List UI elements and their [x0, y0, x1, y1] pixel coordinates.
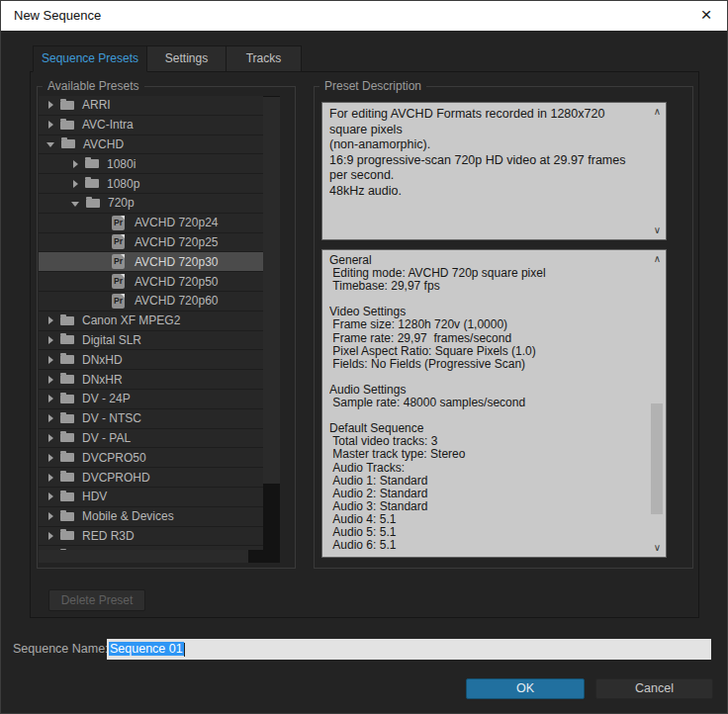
tree-item-dv-24p[interactable]: DV - 24P	[39, 390, 263, 409]
preset-tree-rows: ARRIAVC-IntraAVCHD1080i1080p720pPrAVCHD …	[39, 96, 263, 550]
tree-item-label: Digital SLR	[82, 333, 141, 347]
expand-triangle-icon[interactable]	[48, 395, 53, 402]
folder-icon	[60, 355, 74, 364]
scroll-up-icon[interactable]: ∧	[649, 105, 666, 119]
tree-item-dv-ntsc[interactable]: DV - NTSC	[39, 409, 263, 429]
collapse-triangle-icon[interactable]	[46, 142, 54, 147]
expand-triangle-icon[interactable]	[48, 532, 53, 540]
preset-details-text: General Editing mode: AVCHD 720p square …	[329, 254, 644, 553]
sequence-name-label: Sequence Name:	[13, 642, 109, 656]
expand-triangle-icon[interactable]	[48, 121, 53, 129]
tree-item-720p[interactable]: 720p	[39, 194, 263, 214]
preset-pr-icon: Pr	[112, 294, 125, 309]
description-scrollbar[interactable]: ∧ ∨	[649, 103, 666, 239]
expand-triangle-icon[interactable]	[48, 101, 53, 109]
tree-item-dnxhr[interactable]: DNxHR	[39, 370, 263, 390]
tree-item-mobile-devices[interactable]: Mobile & Devices	[39, 507, 263, 527]
tree-item-dvcprohd[interactable]: DVCPROHD	[39, 468, 263, 488]
tree-vertical-scrollbar-thumb[interactable]	[263, 97, 280, 484]
folder-icon	[60, 473, 74, 482]
folder-icon	[86, 199, 100, 208]
expand-triangle-icon[interactable]	[48, 376, 53, 384]
folder-icon	[60, 395, 74, 403]
folder-icon	[85, 179, 99, 188]
folder-icon	[60, 531, 74, 540]
expand-triangle-icon[interactable]	[48, 454, 53, 462]
tree-item-label: DNxHR	[82, 373, 123, 387]
scroll-down-icon[interactable]: ∨	[649, 223, 666, 237]
delete-preset-button[interactable]: Delete Preset	[48, 589, 145, 611]
tree-item-label: DVCPROHD	[82, 471, 150, 485]
sequence-name-input[interactable]: Sequence 01	[107, 639, 711, 660]
tree-item-label: AVCHD 720p30	[135, 255, 219, 269]
folder-icon	[60, 316, 74, 325]
preset-pr-icon: Pr	[112, 216, 125, 230]
folder-icon	[60, 414, 74, 423]
folder-icon	[60, 453, 74, 462]
tree-item-label: 720p	[108, 196, 135, 210]
tree-item-label: AVCHD 720p60	[135, 294, 219, 308]
tree-item-label: 1080i	[107, 157, 136, 171]
scroll-down-icon[interactable]: ∨	[649, 541, 666, 555]
tab-tracks[interactable]: Tracks	[227, 45, 302, 72]
expand-triangle-icon[interactable]	[48, 356, 53, 364]
tree-item-avchd-720p50[interactable]: PrAVCHD 720p50	[39, 272, 263, 292]
expand-triangle-icon[interactable]	[73, 180, 78, 188]
preset-pr-icon: Pr	[112, 274, 125, 289]
ok-button[interactable]: OK	[466, 678, 585, 699]
preset-description-box[interactable]: For editing AVCHD Formats recorded in 12…	[321, 102, 667, 240]
tree-item-hdv[interactable]: HDV	[39, 488, 263, 507]
expand-triangle-icon[interactable]	[73, 160, 78, 168]
expand-triangle-icon[interactable]	[48, 414, 53, 422]
tree-item-label: RED R3D	[82, 529, 135, 543]
folder-icon	[60, 335, 74, 344]
tree-item-label: DNxHD	[82, 353, 123, 367]
tab-settings[interactable]: Settings	[147, 45, 227, 72]
tree-item-avchd-720p25[interactable]: PrAVCHD 720p25	[39, 233, 263, 253]
tree-item-label: AVCHD 720p50	[135, 275, 219, 289]
tree-item-canon-xf-mpeg2[interactable]: Canon XF MPEG2	[39, 312, 263, 331]
close-icon[interactable]: ×	[685, 1, 727, 31]
tab-sequence-presets[interactable]: Sequence Presets	[33, 45, 147, 72]
cancel-button[interactable]: Cancel	[595, 678, 713, 699]
tree-item-label: DV - PAL	[82, 431, 131, 445]
tree-item-1080p[interactable]: 1080p	[39, 174, 263, 194]
tree-item-arri[interactable]: ARRI	[39, 96, 263, 116]
expand-triangle-icon[interactable]	[48, 512, 53, 520]
folder-icon	[60, 121, 74, 130]
collapse-triangle-icon[interactable]	[71, 202, 79, 207]
details-scrollbar-thumb[interactable]	[651, 403, 663, 514]
expand-triangle-icon[interactable]	[48, 434, 53, 442]
tree-item-avchd-720p30[interactable]: PrAVCHD 720p30	[39, 252, 263, 272]
tree-item-avchd-720p60[interactable]: PrAVCHD 720p60	[39, 292, 263, 312]
tree-item-label: AVC-Intra	[82, 118, 134, 132]
preset-description-text: For editing AVCHD Formats recorded in 12…	[329, 107, 644, 235]
tree-item-dv-pal[interactable]: DV - PAL	[39, 429, 263, 449]
tree-item-dvcpro50[interactable]: DVCPRO50	[39, 448, 263, 468]
tree-vertical-scrollbar[interactable]	[263, 96, 280, 550]
tree-horizontal-scrollbar[interactable]	[39, 550, 280, 563]
tree-item-dnxhd[interactable]: DNxHD	[39, 350, 263, 370]
tree-item-avc-intra[interactable]: AVC-Intra	[39, 116, 263, 135]
tree-item-label: ARRI	[82, 98, 111, 112]
expand-triangle-icon[interactable]	[48, 492, 53, 500]
expand-triangle-icon[interactable]	[48, 316, 53, 324]
scroll-up-icon[interactable]: ∧	[649, 252, 666, 266]
expand-triangle-icon[interactable]	[48, 474, 53, 482]
folder-icon	[60, 375, 74, 384]
details-scrollbar[interactable]: ∧ ∨	[649, 250, 666, 557]
tree-item-label: Mobile & Devices	[82, 509, 174, 523]
tree-item-avchd[interactable]: AVCHD	[39, 135, 263, 155]
tree-item-red-r3d[interactable]: RED R3D	[39, 527, 263, 547]
sequence-name-selected-text: Sequence 01	[109, 642, 184, 656]
tree-horizontal-scrollbar-thumb[interactable]	[39, 550, 248, 563]
expand-triangle-icon[interactable]	[48, 336, 53, 344]
titlebar: New Sequence ×	[1, 1, 727, 31]
tree-item-avchd-720p24[interactable]: PrAVCHD 720p24	[39, 214, 263, 233]
preset-details-box[interactable]: General Editing mode: AVCHD 720p square …	[321, 249, 667, 558]
tree-item-1080i[interactable]: 1080i	[39, 154, 263, 174]
tree-item-digital-slr[interactable]: Digital SLR	[39, 331, 263, 351]
tree-item-label: DV - 24P	[82, 392, 131, 405]
dialog-title: New Sequence	[14, 1, 101, 31]
tree-item-label: DV - NTSC	[82, 411, 141, 425]
